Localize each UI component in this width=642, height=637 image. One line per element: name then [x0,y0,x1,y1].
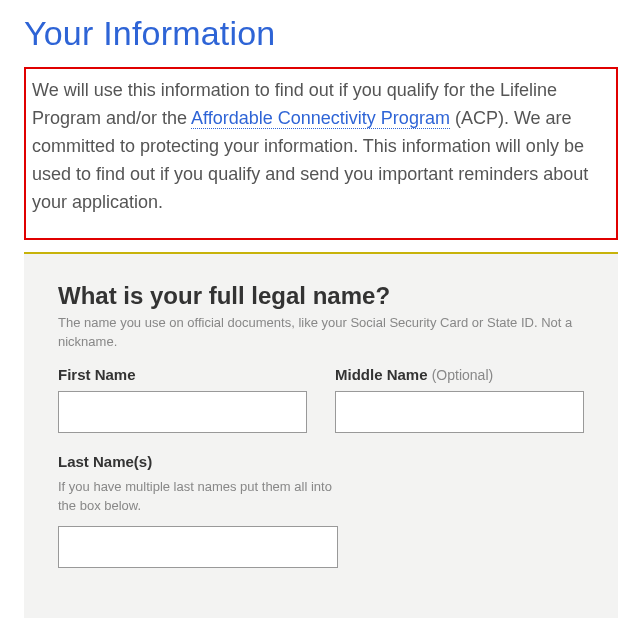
first-name-input[interactable] [58,391,307,433]
first-name-field: First Name [58,366,307,433]
intro-paragraph: We will use this information to find out… [32,77,606,216]
name-form-card: What is your full legal name? The name y… [24,252,618,617]
acp-link[interactable]: Affordable Connectivity Program [191,108,450,129]
full-name-help: The name you use on official documents, … [58,314,584,352]
middle-name-input[interactable] [335,391,584,433]
middle-name-optional: (Optional) [432,367,493,383]
page-title: Your Information [24,14,618,53]
full-name-question: What is your full legal name? [58,282,584,310]
middle-name-label: Middle Name (Optional) [335,366,584,383]
last-name-help: If you have multiple last names put them… [58,478,338,516]
name-row-1: First Name Middle Name (Optional) [58,366,584,433]
last-name-input[interactable] [58,526,338,568]
middle-name-field: Middle Name (Optional) [335,366,584,433]
last-name-label: Last Name(s) [58,453,338,470]
first-name-label: First Name [58,366,307,383]
name-row-2: Last Name(s) If you have multiple last n… [58,453,584,568]
last-name-field: Last Name(s) If you have multiple last n… [58,453,338,568]
middle-name-label-text: Middle Name [335,366,428,383]
intro-highlight-box: We will use this information to find out… [24,67,618,240]
